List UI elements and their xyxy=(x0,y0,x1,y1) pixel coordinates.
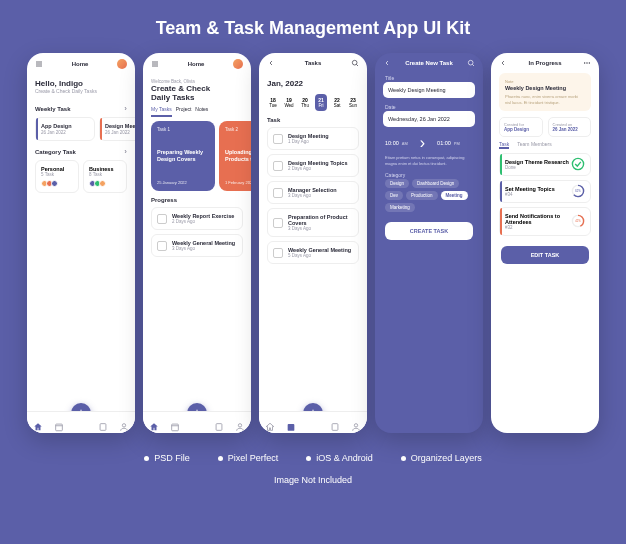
category-chip[interactable]: Dashboard Design xyxy=(412,179,459,188)
featured-task-card[interactable]: Task 2 Uploading Products to Stores 1 Fe… xyxy=(219,121,251,191)
folder-icon[interactable] xyxy=(214,418,224,428)
day-cell[interactable]: 20Thu xyxy=(299,94,311,111)
phone-4-create-task: Create New Task Title Weekly Design Meet… xyxy=(375,53,483,433)
category-label: Category xyxy=(375,170,483,179)
menu-icon[interactable] xyxy=(151,60,159,68)
progress-item[interactable]: Set Meeting Topics#34 62% xyxy=(499,180,591,203)
features-row: PSD File Pixel Perfect iOS & Android Org… xyxy=(0,433,626,471)
feature-item: Organized Layers xyxy=(401,453,482,463)
screen3-header: Tasks xyxy=(305,60,322,66)
calendar-days: 18Tue 19Wed 20Thu 21Fri 22Sat 23Sun xyxy=(259,94,367,111)
folder-icon[interactable] xyxy=(98,418,108,428)
list-item[interactable]: Weekly General Meeting3 Days Ago xyxy=(151,234,243,257)
time-picker[interactable]: 10:00AM › 01:00PM xyxy=(375,131,483,155)
folder-icon[interactable] xyxy=(330,418,340,428)
progress-item[interactable]: Design Theme ResearchDone xyxy=(499,153,591,176)
screen2-header: Home xyxy=(188,61,205,67)
category-chip[interactable]: Marketing xyxy=(385,203,415,212)
phone-2-home: Home Welcome Back, Olivia Create & Check… xyxy=(143,53,251,433)
back-icon[interactable] xyxy=(499,59,507,67)
document-icon xyxy=(157,214,167,224)
home-icon[interactable] xyxy=(149,418,159,428)
list-item[interactable]: Preparation of Product Covers3 Days Ago xyxy=(267,208,359,237)
day-cell[interactable]: 19Wed xyxy=(283,94,295,111)
svg-rect-8 xyxy=(332,423,338,430)
svg-text:62%: 62% xyxy=(575,190,581,194)
more-icon[interactable] xyxy=(583,59,591,67)
disclaimer-text: Image Not Included xyxy=(0,471,626,489)
list-item[interactable]: Design Meeting1 Day Ago xyxy=(267,127,359,150)
greeting-title-2: Create & Check xyxy=(151,84,243,93)
tab-my-tasks[interactable]: My Tasks xyxy=(151,106,172,117)
home-icon[interactable] xyxy=(265,418,275,428)
list-item[interactable]: Weekly General Meeting5 Days Ago xyxy=(267,241,359,264)
edit-task-button[interactable]: EDIT TASK xyxy=(501,246,589,264)
progress-label: Progress xyxy=(151,197,177,203)
tab-project[interactable]: Project xyxy=(176,106,192,117)
feature-item: iOS & Android xyxy=(306,453,373,463)
svg-point-14 xyxy=(572,159,583,170)
document-icon xyxy=(273,161,283,171)
calendar-icon[interactable] xyxy=(170,418,180,428)
progress-item[interactable]: Send Notifications to Attendees#32 42% xyxy=(499,207,591,236)
date-field[interactable]: Wednesday, 26 Jan 2022 xyxy=(383,111,475,127)
document-icon xyxy=(273,218,283,228)
day-cell[interactable]: 18Tue xyxy=(267,94,279,111)
task-label: Task xyxy=(267,117,280,123)
profile-icon[interactable] xyxy=(235,418,245,428)
title-field[interactable]: Weekly Design Meeting xyxy=(383,82,475,98)
svg-point-9 xyxy=(355,423,358,426)
phone-5-in-progress: In Progress Note Weekly Design Meeting P… xyxy=(491,53,599,433)
category-chip[interactable]: Meeting xyxy=(441,191,468,200)
phone-1-home: Home Hello, Indigo Create & Check Daily … xyxy=(27,53,135,433)
calendar-icon[interactable] xyxy=(54,418,64,428)
task-card[interactable]: App Design 26 Jan 2022 xyxy=(35,117,95,141)
greeting-subtitle: Create & Check Daily Tasks xyxy=(35,88,127,94)
menu-icon[interactable] xyxy=(35,60,43,68)
featured-task-card[interactable]: Task 1 Preparing Weekly Design Covers 25… xyxy=(151,121,215,191)
document-icon xyxy=(273,248,283,258)
chevron-right-icon[interactable]: › xyxy=(124,147,127,156)
search-icon[interactable] xyxy=(467,59,475,67)
calendar-icon[interactable] xyxy=(286,418,296,428)
task-card[interactable]: Design Meeting 26 Jan 2022 xyxy=(99,117,135,141)
screen4-header: Create New Task xyxy=(405,60,453,66)
back-icon[interactable] xyxy=(383,59,391,67)
day-cell[interactable]: 22Sat xyxy=(331,94,343,111)
tab-task[interactable]: Task xyxy=(499,141,509,149)
document-icon xyxy=(157,241,167,251)
note-card: Note Weekly Design Meeting Pharetra nunc… xyxy=(499,73,591,111)
search-icon[interactable] xyxy=(351,59,359,67)
svg-rect-1 xyxy=(100,423,106,430)
feature-item: PSD File xyxy=(144,453,190,463)
avatar-icon[interactable] xyxy=(233,59,243,69)
page-title: Team & Task Management App UI Kit xyxy=(0,0,626,53)
list-item[interactable]: Manager Selection3 Days Ago xyxy=(267,181,359,204)
back-icon[interactable] xyxy=(267,59,275,67)
chevron-right-icon[interactable]: › xyxy=(124,104,127,113)
create-task-button[interactable]: CREATE TASK xyxy=(385,222,473,240)
category-card[interactable]: Personal 5 Task xyxy=(35,160,79,193)
document-icon xyxy=(273,134,283,144)
svg-point-11 xyxy=(584,62,585,63)
feature-item: Pixel Perfect xyxy=(218,453,279,463)
category-card[interactable]: Business 8 Task xyxy=(83,160,127,193)
day-cell[interactable]: 23Sun xyxy=(347,94,359,111)
day-cell[interactable]: 21Fri xyxy=(315,94,327,111)
badge-created-on: Created on26 Jan 2022 xyxy=(548,117,592,137)
category-chip[interactable]: Design xyxy=(385,179,409,188)
profile-icon[interactable] xyxy=(351,418,361,428)
profile-icon[interactable] xyxy=(119,418,129,428)
tab-notes[interactable]: Notes xyxy=(195,106,208,117)
category-chip[interactable]: Production xyxy=(406,191,438,200)
list-item[interactable]: Design Meeting Topics2 Days Ago xyxy=(267,154,359,177)
avatar-icon[interactable] xyxy=(117,59,127,69)
home-icon[interactable] xyxy=(33,418,43,428)
screen1-header: Home xyxy=(72,61,89,67)
category-chip[interactable]: Dev xyxy=(385,191,403,200)
greeting-title: Hello, Indigo xyxy=(35,79,127,88)
month-label[interactable]: Jan, 2022 xyxy=(259,73,367,94)
tab-team-members[interactable]: Team Members xyxy=(517,141,551,149)
bottom-nav xyxy=(143,411,251,433)
list-item[interactable]: Weekly Report Exercise2 Days Ago xyxy=(151,207,243,230)
